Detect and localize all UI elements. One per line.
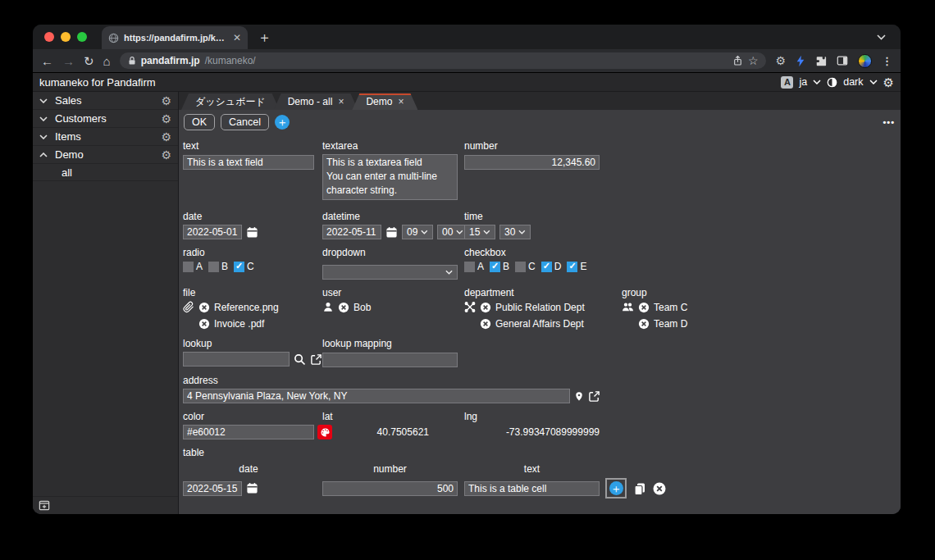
- demo-settings-gear-icon[interactable]: ⚙: [161, 149, 171, 161]
- search-icon[interactable]: [294, 353, 306, 366]
- browser-tab-close-icon[interactable]: ✕: [233, 33, 241, 43]
- user-item: Bob: [338, 301, 371, 314]
- customers-settings-gear-icon[interactable]: ⚙: [161, 113, 171, 125]
- number-input[interactable]: [464, 155, 600, 170]
- tab-close-icon[interactable]: ×: [398, 97, 404, 107]
- forward-icon[interactable]: →: [62, 55, 75, 67]
- remove-icon[interactable]: [480, 302, 491, 313]
- lightning-extension-icon[interactable]: [796, 55, 805, 67]
- sidebar-item-sales[interactable]: Sales ⚙: [33, 92, 178, 110]
- bookmark-star-icon[interactable]: ☆: [748, 54, 759, 67]
- time-minute-select[interactable]: 30: [499, 225, 531, 239]
- profile-avatar[interactable]: [858, 54, 872, 68]
- chevron-down-icon: [39, 116, 48, 121]
- remove-icon[interactable]: [198, 318, 210, 330]
- more-options-icon[interactable]: •••: [883, 117, 895, 127]
- remove-icon[interactable]: [638, 318, 650, 330]
- sidebar-item-items[interactable]: Items ⚙: [33, 128, 178, 146]
- reload-icon[interactable]: ↻: [84, 55, 94, 67]
- group-icon[interactable]: [622, 301, 634, 313]
- field-date: date: [183, 211, 314, 239]
- remove-icon[interactable]: [198, 302, 210, 313]
- cancel-button[interactable]: Cancel: [221, 114, 269, 130]
- add-button[interactable]: ＋: [275, 115, 290, 130]
- table-date-input[interactable]: [183, 481, 242, 496]
- lookup-mapping-input[interactable]: [322, 353, 458, 367]
- radio-option-b[interactable]: B: [208, 261, 228, 272]
- radio-option-c[interactable]: C: [234, 261, 254, 272]
- back-icon[interactable]: ←: [41, 55, 53, 67]
- table-text-input[interactable]: [464, 481, 600, 496]
- map-pin-icon[interactable]: [574, 390, 584, 403]
- remove-icon[interactable]: [638, 302, 650, 313]
- calendar-icon[interactable]: [385, 226, 398, 239]
- open-map-external-icon[interactable]: [588, 390, 600, 403]
- lookup-input[interactable]: [183, 352, 290, 367]
- url-path: /kumaneko/: [205, 55, 256, 66]
- browser-tab[interactable]: https://pandafirm.jp/kumaneko ✕: [102, 26, 248, 49]
- extensions-puzzle-icon[interactable]: [815, 55, 827, 66]
- field-group: group Team C Team D: [622, 287, 687, 330]
- remove-icon[interactable]: [480, 318, 491, 330]
- home-icon[interactable]: ⌂: [103, 55, 111, 67]
- lng-value: -73.99347089999999: [464, 425, 600, 439]
- organization-icon[interactable]: [464, 301, 476, 313]
- checkbox-option-d[interactable]: D: [541, 261, 562, 272]
- sidebar-item-demo[interactable]: Demo ⚙: [33, 146, 178, 164]
- duplicate-row-icon[interactable]: [633, 482, 646, 495]
- calendar-icon[interactable]: [246, 482, 258, 494]
- text-input[interactable]: [183, 155, 314, 170]
- add-app-icon[interactable]: [39, 500, 50, 511]
- checkbox-option-b[interactable]: B: [490, 261, 509, 272]
- sidebar: Sales ⚙ Customers ⚙ Items ⚙ Demo ⚙: [33, 92, 179, 514]
- language-select[interactable]: ja: [799, 76, 807, 88]
- datetime-hour-select[interactable]: 09: [402, 225, 433, 239]
- datetime-date-input[interactable]: [322, 225, 381, 239]
- address-input[interactable]: [183, 389, 570, 403]
- language-chevron-icon[interactable]: [813, 80, 821, 84]
- ok-button[interactable]: OK: [184, 114, 215, 130]
- extension-gear-icon[interactable]: ⚙: [775, 55, 786, 66]
- checkbox-option-e[interactable]: E: [567, 261, 586, 272]
- address-bar[interactable]: pandafirm.jp/kumaneko/ ☆: [120, 52, 767, 69]
- checkbox-box: [515, 262, 526, 272]
- sales-settings-gear-icon[interactable]: ⚙: [161, 95, 171, 107]
- minimize-window-button[interactable]: [61, 32, 71, 42]
- theme-chevron-icon[interactable]: [869, 80, 878, 84]
- theme-select[interactable]: dark: [843, 76, 863, 88]
- checkbox-option-a[interactable]: A: [464, 261, 484, 272]
- date-input[interactable]: [183, 225, 242, 239]
- add-row-button[interactable]: ＋: [609, 481, 623, 495]
- field-address: address: [183, 375, 600, 403]
- textarea-input[interactable]: This is a textarea field You can enter a…: [322, 154, 458, 200]
- browser-menu-icon[interactable]: ⋮: [882, 55, 892, 67]
- tab-close-icon[interactable]: ×: [338, 97, 344, 107]
- table-column-header: text: [464, 463, 600, 475]
- zoom-window-button[interactable]: [77, 32, 87, 42]
- sidebar-item-demo-all[interactable]: all: [33, 164, 178, 181]
- new-tab-button[interactable]: ＋: [258, 28, 271, 47]
- tab-demo-all[interactable]: Demo - all ×: [274, 93, 358, 110]
- app-settings-gear-icon[interactable]: ⚙: [883, 76, 894, 89]
- remove-icon[interactable]: [338, 302, 349, 313]
- time-hour-select[interactable]: 15: [464, 225, 495, 239]
- table-number-input[interactable]: [322, 481, 458, 496]
- user-icon[interactable]: [322, 301, 334, 313]
- department-item: General Affairs Dept: [480, 317, 585, 330]
- checkbox-option-c[interactable]: C: [515, 261, 536, 272]
- share-icon[interactable]: [732, 55, 743, 66]
- open-external-icon[interactable]: [310, 353, 322, 366]
- tab-dashboard[interactable]: ダッシュボード: [181, 93, 280, 110]
- paperclip-icon[interactable]: [183, 301, 194, 313]
- radio-option-a[interactable]: A: [183, 261, 203, 272]
- calendar-icon[interactable]: [246, 226, 258, 239]
- side-panel-icon[interactable]: [837, 55, 848, 66]
- close-window-button[interactable]: [44, 32, 54, 42]
- sidebar-item-customers[interactable]: Customers ⚙: [33, 110, 178, 128]
- color-input[interactable]: [183, 425, 314, 439]
- delete-row-icon[interactable]: [653, 482, 666, 495]
- dropdown-select[interactable]: [322, 265, 458, 280]
- items-settings-gear-icon[interactable]: ⚙: [161, 131, 171, 143]
- tab-demo[interactable]: Demo ×: [352, 93, 417, 110]
- tab-search-chevron-icon[interactable]: [877, 34, 886, 40]
